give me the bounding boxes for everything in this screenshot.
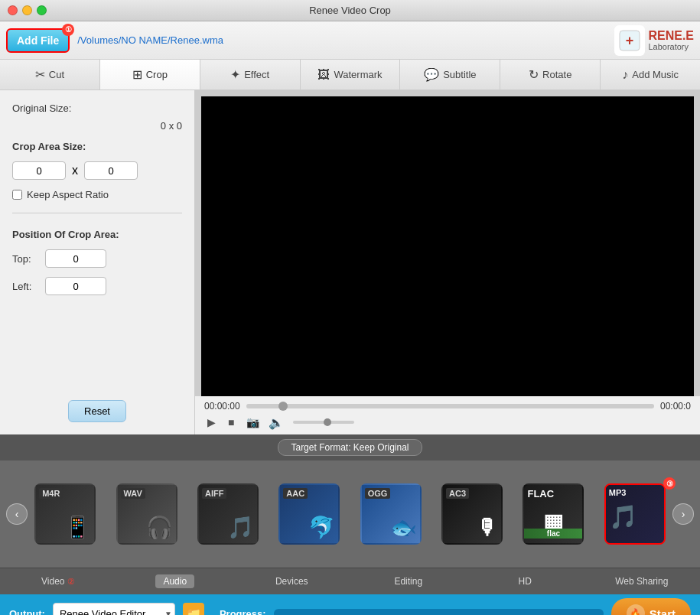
format-item-wav[interactable]: WAV 🎧 <box>112 483 181 545</box>
left-panel: Original Size: 0 x 0 Crop Area Size: x K… <box>0 90 195 434</box>
left-label: Left: <box>12 281 39 292</box>
tab-effect-label: Effect <box>244 69 269 80</box>
format-icon-mp3: MP3 🎵 <box>604 483 666 545</box>
cut-icon: ✂ <box>35 67 45 82</box>
window-controls[interactable] <box>8 5 47 15</box>
output-select-wrapper: Renee Video Editor ▼ <box>53 603 175 615</box>
volume-icon: 🔈 <box>269 415 284 430</box>
subtitle-icon: 💬 <box>424 67 439 82</box>
cat-tab-video[interactable]: Video ② <box>0 571 117 591</box>
carousel-right-arrow[interactable]: › <box>672 503 694 525</box>
folder-button[interactable]: 📁 <box>183 603 204 615</box>
start-button[interactable]: 🔥 Start <box>611 598 691 615</box>
file-path: /Volumes/NO NAME/Renee.wma <box>74 34 610 46</box>
keep-aspect-checkbox[interactable] <box>12 190 22 200</box>
tab-cut-label: Cut <box>49 69 64 80</box>
cat-hd-label: HD <box>519 576 532 587</box>
keep-aspect-row: Keep Aspect Ratio <box>12 189 182 200</box>
start-label: Start <box>650 607 676 616</box>
carousel-left-arrow[interactable]: ‹ <box>6 503 28 525</box>
video-player <box>201 96 694 396</box>
progress-track[interactable] <box>246 404 654 408</box>
format-item-ac3[interactable]: AC3 🎙 <box>438 483 506 545</box>
tab-cut[interactable]: ✂ Cut <box>0 60 100 89</box>
format-item-flac[interactable]: FLAC ▦ flac <box>519 483 588 545</box>
logo: + RENE.E Laboratory <box>614 25 694 56</box>
original-size-value: 0 x 0 <box>12 120 182 132</box>
watermark-icon: 🖼 <box>317 68 330 82</box>
format-icon-aac: AAC 🐬 <box>278 483 340 545</box>
window-title: Renee Video Crop <box>309 5 391 16</box>
tab-crop[interactable]: ⊞ Crop <box>100 60 200 89</box>
video-area: 00:00:00 00:00:0 ▶ ■ 📷 🔈 <box>195 90 700 434</box>
ctrl-row: ▶ ■ 📷 🔈 <box>204 415 691 430</box>
target-format-bar: Target Format: Keep Original <box>0 434 700 460</box>
effect-icon: ✦ <box>230 67 240 82</box>
tab-subtitle-label: Subtitle <box>443 69 476 80</box>
logo-icon: + <box>614 25 645 56</box>
crop-width-input[interactable] <box>12 161 66 180</box>
tab-watermark[interactable]: 🖼 Watermark <box>301 60 401 89</box>
cat-tab-audio[interactable]: Audio <box>117 571 234 591</box>
cat-web-sharing-label: Web Sharing <box>615 576 668 587</box>
cat-tab-web-sharing[interactable]: Web Sharing <box>584 571 701 591</box>
start-icon: 🔥 <box>627 604 645 615</box>
format-item-ogg[interactable]: OGG 🐟 <box>357 483 425 545</box>
cat-devices-label: Devices <box>275 576 308 587</box>
cat-tab-devices[interactable]: Devices <box>233 571 350 591</box>
format-icon-m4r: M4R 📱 <box>34 483 96 545</box>
tab-rotate[interactable]: ↻ Rotate <box>500 60 601 89</box>
cat-video-label: Video <box>41 576 64 587</box>
format-icon-aiff: AIFF 🎵 <box>197 483 259 545</box>
tab-addmusic-label: Add Music <box>632 69 679 80</box>
keep-aspect-label: Keep Aspect Ratio <box>27 189 109 200</box>
close-button[interactable] <box>8 5 18 15</box>
progress-bar <box>274 609 604 615</box>
format-icon-ogg: OGG 🐟 <box>360 483 422 545</box>
time-start: 00:00:00 <box>204 401 240 412</box>
time-end: 00:00:0 <box>660 401 691 412</box>
add-file-button[interactable]: Add File ① <box>6 28 70 53</box>
title-bar: Renee Video Crop <box>0 0 700 21</box>
snapshot-button[interactable]: 📷 <box>243 415 262 430</box>
crop-size-row: x <box>12 161 182 180</box>
maximize-button[interactable] <box>37 5 47 15</box>
crop-icon: ⊞ <box>132 67 142 82</box>
top-input[interactable] <box>45 249 106 268</box>
output-select[interactable]: Renee Video Editor <box>53 603 175 615</box>
category-tabs: Video ② Audio Devices Editing HD Web Sha… <box>0 568 700 594</box>
crop-height-input[interactable] <box>84 161 138 180</box>
tab-watermark-label: Watermark <box>334 69 382 80</box>
format-icon-ac3: AC3 🎙 <box>441 483 503 545</box>
left-field-row: Left: <box>12 277 182 295</box>
play-button[interactable]: ▶ <box>204 415 219 430</box>
left-input[interactable] <box>45 277 106 295</box>
cat-tab-editing[interactable]: Editing <box>350 571 467 591</box>
tab-subtitle[interactable]: 💬 Subtitle <box>400 60 500 89</box>
format-icon-wav: WAV 🎧 <box>116 483 177 545</box>
format-item-m4r[interactable]: M4R 📱 <box>31 483 99 545</box>
stop-button[interactable]: ■ <box>225 415 237 430</box>
top-toolbar: Add File ① /Volumes/NO NAME/Renee.wma + … <box>0 21 700 60</box>
format-icon-flac: FLAC ▦ flac <box>523 483 584 545</box>
format-item-mp3[interactable]: ③ MP3 🎵 <box>601 483 669 545</box>
volume-thumb <box>324 418 331 426</box>
format-item-aac[interactable]: AAC 🐬 <box>275 483 343 545</box>
volume-track[interactable] <box>293 421 354 424</box>
add-file-label: Add File <box>17 34 59 47</box>
tab-effect[interactable]: ✦ Effect <box>200 60 301 89</box>
addmusic-icon: ♪ <box>622 68 628 82</box>
tab-addmusic[interactable]: ♪ Add Music <box>601 60 700 89</box>
format-item-aiff[interactable]: AIFF 🎵 <box>194 483 262 545</box>
video-controls: 00:00:00 00:00:0 ▶ ■ 📷 🔈 <box>195 396 700 434</box>
cat-tab-hd[interactable]: HD <box>467 571 584 591</box>
output-label: Output: <box>9 608 45 616</box>
logo-text: RENE.E Laboratory <box>648 29 694 52</box>
reset-button[interactable]: Reset <box>68 400 126 422</box>
crop-x-separator: x <box>72 164 78 177</box>
tab-crop-label: Crop <box>146 69 168 80</box>
minimize-button[interactable] <box>22 5 32 15</box>
cat-video-badge: ② <box>67 577 75 587</box>
cat-editing-label: Editing <box>394 576 422 587</box>
target-format-label: Target Format: Keep Original <box>278 439 422 456</box>
